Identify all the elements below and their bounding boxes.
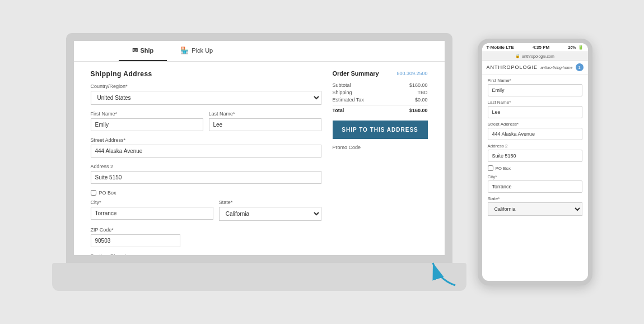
po-box-label: PO Box: [99, 190, 116, 196]
status-right: 26% 🔋: [568, 45, 583, 50]
last-name-label: Last Name*: [209, 111, 321, 117]
total-label: Total: [333, 108, 344, 113]
shipping-address-title: Shipping Address: [91, 70, 321, 78]
city-input[interactable]: [91, 207, 213, 220]
city-state-row: City* State* California: [91, 200, 321, 227]
promo-code-label[interactable]: Promo Code: [333, 145, 428, 150]
battery-icon: 🔋: [578, 45, 584, 50]
tax-row: Estimated Tax $0.00: [333, 97, 428, 103]
name-row: First Name* Last Name*: [91, 111, 321, 137]
battery-text: 26%: [568, 45, 576, 49]
phone-po-box-label: PO Box: [496, 166, 511, 171]
tab-bar: ✉ Ship 🏪 Pick Up: [74, 41, 445, 62]
laptop-screen: ✉ Ship 🏪 Pick Up Shipping Address Countr: [66, 33, 452, 263]
city-label: City*: [91, 200, 213, 205]
subtotal-value: $160.00: [409, 82, 428, 88]
phone-group: Daytime Phone*: [91, 253, 321, 255]
shipping-value: TBD: [418, 90, 428, 95]
phone-screen: T-Mobile LTE 4:35 PM 26% 🔋 🔒 anthropolog…: [482, 43, 588, 281]
country-select[interactable]: United States: [91, 91, 321, 105]
laptop-base: [52, 263, 466, 291]
ship-icon: ✉: [132, 47, 138, 54]
shipping-form: Shipping Address Country/Region* United …: [91, 70, 321, 255]
phone-link[interactable]: 800.309.2500: [396, 71, 427, 76]
phone-label: Daytime Phone*: [91, 253, 321, 255]
phone-state-select[interactable]: California: [488, 202, 582, 216]
tax-value: $0.00: [415, 97, 428, 103]
subtotal-label: Subtotal: [333, 82, 351, 88]
tab-pickup[interactable]: 🏪 Pick Up: [167, 41, 226, 61]
zip-label: ZIP Code*: [91, 227, 321, 233]
phone-po-box-checkbox[interactable]: [488, 165, 493, 171]
phone-form: First Name* Last Name* Street Address* A…: [482, 75, 588, 281]
pickup-icon: 🏪: [180, 47, 189, 54]
scene: ✉ Ship 🏪 Pick Up Shipping Address Countr: [0, 0, 644, 324]
phone-state-label: State*: [488, 196, 582, 201]
street-group: Street Address*: [91, 137, 321, 161]
street-input[interactable]: [91, 145, 321, 158]
phone-url-bar: 🔒 anthropologie.com: [482, 52, 588, 61]
address2-input[interactable]: [91, 171, 321, 184]
tab-pickup-label: Pick Up: [192, 47, 213, 54]
phone-nav: ANTHROPOLOGIE anthro·living·home 1: [482, 61, 588, 75]
tab-ship-label: Ship: [141, 47, 154, 54]
street-label: Street Address*: [91, 137, 321, 143]
phone-street-input[interactable]: [488, 128, 582, 140]
zip-group: ZIP Code*: [91, 227, 321, 251]
state-group: State* California: [219, 200, 321, 225]
main-layout: Shipping Address Country/Region* United …: [74, 62, 445, 255]
country-group: Country/Region* United States: [91, 84, 321, 109]
phone-city-input[interactable]: [488, 180, 582, 193]
phone-first-name-label: First Name*: [488, 78, 582, 83]
tab-ship[interactable]: ✉ Ship: [119, 41, 167, 61]
anthropologie-logo: ANTHROPOLOGIE: [487, 64, 538, 70]
last-name-input[interactable]: [209, 118, 321, 131]
phone-city-label: City*: [488, 174, 582, 179]
phone-mockup: T-Mobile LTE 4:35 PM 26% 🔋 🔒 anthropolog…: [478, 39, 592, 285]
first-name-label: First Name*: [91, 111, 203, 117]
po-box-checkbox[interactable]: [91, 190, 96, 196]
time-text: 4:35 PM: [533, 45, 549, 50]
tax-label: Estimated Tax: [333, 97, 364, 103]
anthro-secondary-logo: anthro·living·home: [540, 66, 572, 70]
phone-address2-input[interactable]: [488, 150, 582, 162]
address2-group: Address 2: [91, 164, 321, 188]
order-summary: Order Summary 800.309.2500 Subtotal $160…: [333, 70, 428, 255]
order-summary-title: Order Summary: [333, 70, 379, 77]
laptop-content: ✉ Ship 🏪 Pick Up Shipping Address Countr: [74, 41, 445, 255]
url-text: anthropologie.com: [522, 54, 554, 58]
phone-last-name-input[interactable]: [488, 106, 582, 118]
phone-status-bar: T-Mobile LTE 4:35 PM 26% 🔋: [482, 43, 588, 52]
phone-po-box-row: PO Box: [488, 165, 582, 171]
lock-icon: 🔒: [515, 54, 520, 58]
laptop-mockup: ✉ Ship 🏪 Pick Up Shipping Address Countr: [52, 25, 466, 299]
order-summary-header: Order Summary 800.309.2500: [333, 70, 428, 77]
phone-last-name-label: Last Name*: [488, 100, 582, 105]
total-value: $160.00: [409, 108, 428, 113]
cart-badge[interactable]: 1: [576, 63, 584, 71]
city-group: City*: [91, 200, 213, 225]
shipping-label: Shipping: [333, 90, 352, 95]
first-name-input[interactable]: [91, 118, 203, 131]
subtotal-row: Subtotal $160.00: [333, 82, 428, 88]
carrier-text: T-Mobile LTE: [487, 45, 514, 50]
total-row: Total $160.00: [333, 105, 428, 113]
state-select[interactable]: California: [219, 207, 321, 221]
ship-to-address-button[interactable]: SHIP TO THIS ADDRESS: [333, 121, 428, 139]
first-name-group: First Name*: [91, 111, 203, 135]
last-name-group: Last Name*: [209, 111, 321, 135]
country-label: Country/Region*: [91, 84, 321, 89]
phone-first-name-input[interactable]: [488, 84, 582, 96]
state-label: State*: [219, 200, 321, 205]
po-box-row: PO Box: [91, 190, 321, 196]
phone-address2-label: Address 2: [488, 144, 582, 149]
arrow-indicator: [427, 257, 461, 291]
shipping-row: Shipping TBD: [333, 90, 428, 95]
address2-label: Address 2: [91, 164, 321, 169]
zip-input[interactable]: [91, 234, 180, 247]
phone-street-label: Street Address*: [488, 122, 582, 127]
